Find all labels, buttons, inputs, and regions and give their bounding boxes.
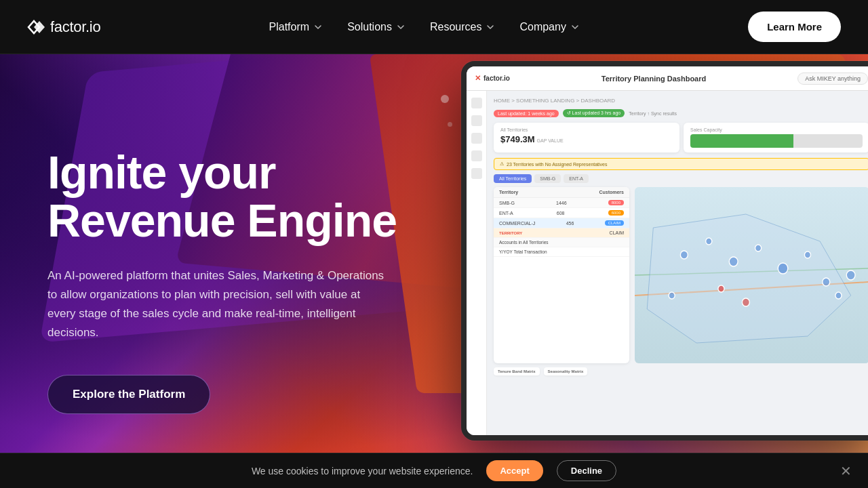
logo-icon (27, 20, 46, 35)
dashboard-sidebar (467, 91, 487, 435)
dashboard-logo-text: factor.io (484, 75, 510, 82)
bottom-labels: Tenure Band Matrix Seasonality Matrix (494, 367, 868, 375)
nav-item-resources[interactable]: Resources (420, 16, 505, 39)
explore-platform-button[interactable]: Explore the Platform (47, 375, 210, 414)
map-background (635, 187, 868, 363)
hero-section: Ignite your Revenue Engine An AI-powered… (0, 0, 868, 488)
logo-text: factor.io (50, 18, 100, 36)
hero-title-line2: Revenue Engine (47, 195, 397, 246)
kpi-value-1: $749.3M (500, 134, 535, 144)
dashboard-mockup: ✕ factor.io Territory Planning Dashboard… (461, 61, 868, 441)
sidebar-icon-1 (471, 98, 482, 108)
learn-more-button[interactable]: Learn More (748, 12, 841, 42)
dashboard-logo: ✕ factor.io (475, 74, 510, 83)
dashboard-breadcrumb: HOME > SOMETHING LANDING > DASHBOARD (494, 98, 868, 104)
chevron-down-icon (396, 22, 406, 32)
svg-point-12 (742, 298, 749, 306)
logo[interactable]: factor.io (27, 18, 100, 36)
table-row[interactable]: ENT-A 608 6000 (494, 208, 629, 218)
close-cookie-banner-button[interactable]: ✕ (840, 463, 852, 479)
table-row[interactable]: COMMERCIAL-J 456 CLAIM (494, 218, 629, 228)
tablet-inner: ✕ factor.io Territory Planning Dashboard… (467, 66, 868, 435)
accept-cookies-button[interactable]: Accept (486, 460, 542, 481)
dashboard-header: ✕ factor.io Territory Planning Dashboard… (467, 66, 868, 91)
kpi-card-2: Sales Capacity (684, 123, 868, 152)
nav-links: Platform Solutions Resources Company (260, 16, 589, 39)
svg-point-3 (706, 238, 712, 245)
row-claim-label: CLAIM (610, 230, 624, 235)
svg-point-2 (680, 251, 688, 259)
hero-subtitle: An AI-powered platform that unites Sales… (47, 266, 387, 342)
tab-all-territories[interactable]: All Territories (494, 174, 532, 183)
kpi-label-1: All Territories (500, 127, 673, 132)
hero-content: Ignite your Revenue Engine An AI-powered… (0, 94, 397, 415)
territory-table: Territory Customers SMB-G 1446 8000 ENT-… (494, 187, 629, 363)
svg-point-6 (778, 263, 788, 274)
row-badge-3: CLAIM (605, 220, 624, 226)
cookie-banner: We use cookies to improve your website e… (0, 453, 868, 488)
dot (448, 122, 452, 127)
nav-resources-label: Resources (430, 21, 481, 33)
dashboard-body: HOME > SOMETHING LANDING > DASHBOARD Las… (467, 91, 868, 435)
alert-icon: ⚠ (500, 161, 504, 167)
ask-mikey-bar: Ask MIKEY anything (797, 73, 868, 85)
alert-banner: ⚠ 23 Territories with No Assigned Repres… (494, 158, 868, 170)
svg-point-5 (755, 245, 762, 251)
cookie-text: We use cookies to improve your website e… (252, 466, 473, 476)
table-row[interactable]: TERRITORY CLAIM (494, 228, 629, 238)
svg-point-8 (823, 278, 830, 286)
tablet-frame: ✕ factor.io Territory Planning Dashboard… (461, 61, 868, 441)
hero-title: Ignite your Revenue Engine (47, 148, 397, 245)
decline-cookies-button[interactable]: Decline (557, 460, 616, 481)
row-name-1: SMB-G (499, 201, 515, 205)
table-row[interactable]: Accounts in All Territories (494, 238, 629, 247)
hero-title-line1: Ignite your (47, 146, 276, 198)
tab-ent[interactable]: ENT-A (564, 174, 589, 183)
svg-point-11 (718, 285, 724, 292)
bottom-item-1: Tenure Band Matrix (494, 367, 540, 375)
kpi-sub-1: GAP VALUE (537, 138, 564, 143)
svg-point-13 (669, 292, 675, 299)
bottom-item-2: Seasonality Matrix (544, 367, 588, 375)
territory-sync-label: Territory ↑ Sync results (629, 111, 677, 116)
chevron-down-icon (313, 22, 323, 32)
row-badge-2: 6000 (608, 210, 624, 216)
territory-tabs: All Territories SMB-G ENT-A (494, 174, 868, 183)
kpi-card-1: All Territories $749.3M GAP VALUE (494, 123, 679, 152)
row-badge-1: 8000 (608, 200, 624, 205)
tab-smb[interactable]: SMB-G (534, 174, 561, 183)
row-val-1: 1446 (556, 201, 567, 205)
alert-text: 23 Territories with No Assigned Represen… (507, 162, 608, 167)
map-area (635, 187, 868, 363)
nav-item-platform[interactable]: Platform (260, 16, 333, 39)
chevron-down-icon (570, 22, 580, 32)
nav-item-company[interactable]: Company (510, 16, 589, 39)
svg-point-4 (729, 257, 738, 266)
map-svg (635, 187, 868, 363)
table-row[interactable]: Y/YOY Total Transaction (494, 247, 629, 257)
svg-point-9 (835, 292, 842, 299)
row-val-3: 456 (566, 221, 574, 226)
sidebar-icon-5 (471, 168, 482, 179)
col-customers: Customers (599, 190, 624, 195)
nav-item-solutions[interactable]: Solutions (338, 16, 415, 39)
table-row[interactable]: SMB-G 1446 8000 (494, 198, 629, 208)
svg-point-7 (804, 251, 810, 258)
status-chip-1: Last updated: 1 weeks ago (494, 110, 559, 117)
chevron-down-icon (486, 22, 495, 32)
table-header: Territory Customers (494, 187, 629, 198)
kpi-cards-row: All Territories $749.3M GAP VALUE Sales … (494, 123, 868, 152)
capacity-bar (690, 134, 863, 148)
nav-platform-label: Platform (269, 21, 310, 33)
status-bar: Last updated: 1 weeks ago ↺ Last updated… (494, 109, 868, 117)
dot (441, 95, 449, 103)
nav-company-label: Company (519, 21, 566, 33)
row-total-label: Y/YOY Total Transaction (499, 249, 547, 254)
dashboard-main: HOME > SOMETHING LANDING > DASHBOARD Las… (487, 91, 868, 435)
row-val-2: 608 (557, 211, 565, 216)
row-sub-label: Accounts in All Territories (499, 240, 549, 245)
navbar: factor.io Platform Solutions Resources C… (0, 0, 868, 54)
row-name-2: ENT-A (499, 211, 513, 216)
sidebar-icon-4 (471, 150, 482, 161)
sidebar-icon-3 (471, 133, 482, 144)
